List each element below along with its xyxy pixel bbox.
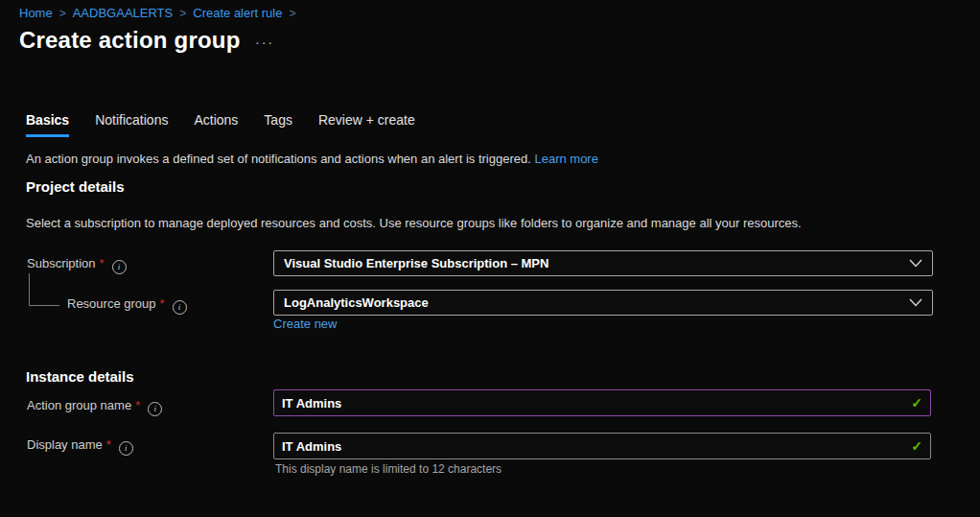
tab-basics[interactable]: Basics bbox=[26, 112, 69, 137]
chevron-down-icon bbox=[909, 298, 922, 307]
display-name-label-text: Display name bbox=[27, 437, 103, 452]
subscription-label-text: Subscription bbox=[27, 256, 96, 270]
tab-tags[interactable]: Tags bbox=[264, 112, 292, 137]
subscription-label: Subscription*i bbox=[27, 256, 127, 274]
info-icon[interactable]: i bbox=[148, 402, 162, 416]
info-icon[interactable]: i bbox=[119, 441, 133, 456]
project-details-description: Select a subscription to manage deployed… bbox=[26, 216, 802, 230]
create-new-link[interactable]: Create new bbox=[273, 317, 337, 331]
valid-check-icon: ✓ bbox=[911, 438, 922, 454]
display-name-field: ✓ bbox=[273, 433, 931, 459]
breadcrumb-create-alert-rule[interactable]: Create alert rule bbox=[193, 6, 282, 20]
breadcrumb-separator-icon: > bbox=[59, 7, 66, 20]
display-name-label: Display name*i bbox=[27, 437, 133, 456]
required-asterisk: * bbox=[106, 437, 111, 452]
hierarchy-connector-line bbox=[29, 273, 59, 306]
action-group-name-field: ✓ bbox=[273, 389, 931, 416]
breadcrumb-separator-icon: > bbox=[179, 7, 186, 20]
info-icon[interactable]: i bbox=[112, 260, 127, 274]
action-group-name-label-text: Action group name bbox=[27, 398, 131, 412]
valid-check-icon: ✓ bbox=[911, 395, 922, 411]
subscription-selected-value: Visual Studio Enterprise Subscription – … bbox=[284, 256, 901, 270]
tab-notifications[interactable]: Notifications bbox=[95, 112, 168, 137]
breadcrumb: Home>AADBGAALERTS>Create alert rule> bbox=[19, 6, 302, 20]
required-asterisk: * bbox=[135, 398, 140, 412]
breadcrumb-separator-icon: > bbox=[289, 7, 295, 20]
intro-text: An action group invokes a defined set of… bbox=[26, 152, 598, 166]
tab-bar: BasicsNotificationsActionsTagsReview + c… bbox=[26, 112, 441, 137]
page-title: Create action group bbox=[19, 27, 241, 54]
learn-more-link[interactable]: Learn more bbox=[534, 152, 597, 166]
action-group-name-input[interactable] bbox=[282, 396, 903, 411]
intro-sentence: An action group invokes a defined set of… bbox=[26, 152, 531, 166]
required-asterisk: * bbox=[160, 296, 165, 311]
resource-group-label-text: Resource group bbox=[67, 296, 156, 311]
breadcrumb-aadbgaalerts[interactable]: AADBGAALERTS bbox=[73, 6, 174, 20]
instance-details-heading: Instance details bbox=[26, 368, 134, 385]
action-group-name-label: Action group name*i bbox=[27, 398, 162, 416]
tab-review-create[interactable]: Review + create bbox=[318, 112, 415, 137]
breadcrumb-home[interactable]: Home bbox=[19, 6, 53, 20]
create-action-group-page: Home>AADBGAALERTS>Create alert rule> Cre… bbox=[0, 0, 980, 517]
project-details-heading: Project details bbox=[26, 178, 125, 195]
required-asterisk: * bbox=[100, 256, 105, 270]
display-name-helper-text: This display name is limited to 12 chara… bbox=[275, 462, 502, 476]
resource-group-label: Resource group*i bbox=[67, 296, 187, 315]
tab-actions[interactable]: Actions bbox=[194, 112, 238, 137]
resource-group-selected-value: LogAnalyticsWorkspace bbox=[284, 295, 901, 310]
display-name-input[interactable] bbox=[282, 439, 903, 454]
more-options-icon[interactable]: ··· bbox=[255, 35, 274, 50]
subscription-dropdown[interactable]: Visual Studio Enterprise Subscription – … bbox=[273, 250, 933, 276]
chevron-down-icon bbox=[909, 259, 922, 268]
resource-group-dropdown[interactable]: LogAnalyticsWorkspace bbox=[273, 290, 933, 316]
info-icon[interactable]: i bbox=[173, 300, 187, 315]
